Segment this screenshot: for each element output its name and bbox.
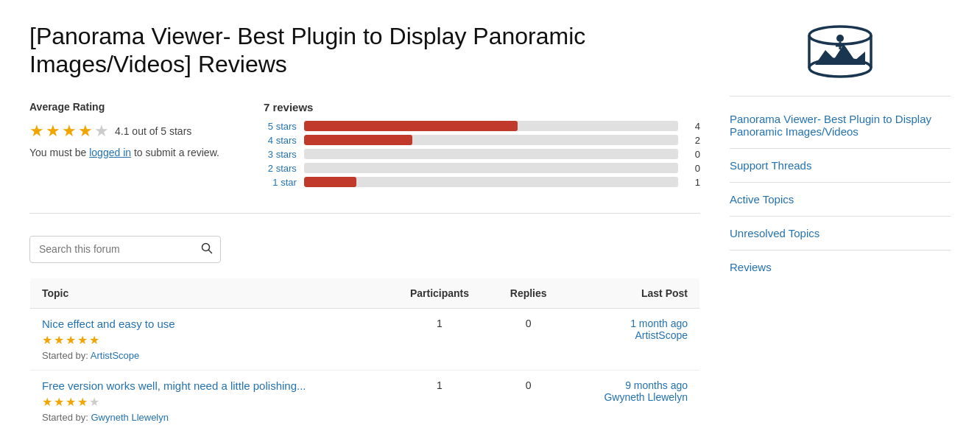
topic-stars-2: ★ ★ ★ ★ ★ bbox=[42, 395, 376, 409]
bar-row-2stars: 2 stars 0 bbox=[264, 163, 700, 174]
topic-title-link-1[interactable]: Nice effect and easy to use bbox=[42, 318, 376, 330]
bar-count-3: 0 bbox=[685, 149, 700, 160]
bar-count-4: 2 bbox=[685, 135, 700, 146]
star-4: ★ bbox=[78, 122, 93, 141]
table-row: Nice effect and easy to use ★ ★ ★ ★ ★ St… bbox=[30, 308, 700, 370]
last-post-cell-1: 1 month ago ArtistScope bbox=[566, 308, 700, 370]
bar-track-3 bbox=[304, 149, 678, 159]
page-wrapper: [Panorama Viewer- Best Plugin to Display… bbox=[0, 0, 980, 445]
t1-star-4: ★ bbox=[77, 333, 88, 347]
col-participants: Participants bbox=[388, 278, 491, 308]
col-last-post: Last Post bbox=[566, 278, 700, 308]
bar-row-3stars: 3 stars 0 bbox=[264, 149, 700, 160]
participants-cell-1: 1 bbox=[388, 308, 491, 370]
t2-star-3: ★ bbox=[66, 395, 76, 409]
t2-star-5: ★ bbox=[89, 395, 99, 409]
logged-in-text: You must be logged in to submit a review… bbox=[29, 147, 219, 158]
last-post-time-2: 9 months ago bbox=[578, 379, 688, 391]
search-button[interactable] bbox=[194, 236, 220, 262]
bar-label-4[interactable]: 4 stars bbox=[264, 135, 297, 146]
sidebar-item-active-topics[interactable]: Active Topics bbox=[730, 183, 951, 217]
topic-cell-1: Nice effect and easy to use ★ ★ ★ ★ ★ St… bbox=[30, 308, 389, 370]
topics-table: Topic Participants Replies Last Post Nic… bbox=[29, 278, 700, 432]
t1-star-1: ★ bbox=[42, 333, 52, 347]
logged-in-link[interactable]: logged in bbox=[89, 147, 131, 158]
t2-star-2: ★ bbox=[54, 395, 64, 409]
t2-star-4: ★ bbox=[77, 395, 88, 409]
t2-star-1: ★ bbox=[42, 395, 52, 409]
star-2: ★ bbox=[46, 122, 60, 141]
col-topic: Topic bbox=[30, 278, 389, 308]
plugin-icon bbox=[803, 22, 877, 81]
average-rating-block: Average Rating ★ ★ ★ ★ ★ 4.1 out of 5 st… bbox=[29, 101, 219, 191]
sidebar-item-support-threads[interactable]: Support Threads bbox=[730, 149, 951, 183]
bar-track-1 bbox=[304, 177, 678, 187]
bar-row-4stars: 4 stars 2 bbox=[264, 135, 700, 146]
search-input[interactable] bbox=[30, 237, 194, 261]
star-1: ★ bbox=[29, 122, 44, 141]
page-title: [Panorama Viewer- Best Plugin to Display… bbox=[29, 22, 700, 79]
bar-track-4 bbox=[304, 135, 678, 145]
main-content: [Panorama Viewer- Best Plugin to Display… bbox=[29, 22, 700, 432]
svg-point-6 bbox=[836, 35, 844, 42]
author-link-2[interactable]: Gwyneth Llewelyn bbox=[91, 412, 169, 423]
t1-star-2: ★ bbox=[54, 333, 64, 347]
last-post-author-2[interactable]: Gwyneth Llewelyn bbox=[578, 391, 688, 403]
sidebar-divider bbox=[730, 96, 951, 97]
svg-line-1 bbox=[209, 250, 212, 253]
bar-track-5 bbox=[304, 121, 678, 131]
last-post-cell-2: 9 months ago Gwyneth Llewelyn bbox=[566, 370, 700, 432]
search-icon bbox=[201, 242, 213, 254]
sidebar-item-reviews[interactable]: Reviews bbox=[730, 250, 951, 284]
bar-count-1: 1 bbox=[685, 177, 700, 188]
sidebar: Panorama Viewer- Best Plugin to Display … bbox=[730, 22, 951, 432]
bar-row-1star: 1 star 1 bbox=[264, 177, 700, 188]
sidebar-item-unresolved-topics[interactable]: Unresolved Topics bbox=[730, 217, 951, 250]
star-3: ★ bbox=[62, 122, 77, 141]
bar-label-1[interactable]: 1 star bbox=[264, 177, 297, 188]
started-by-1: Started by: ArtistScope bbox=[42, 350, 376, 361]
bar-count-2: 0 bbox=[685, 163, 700, 174]
replies-cell-1: 0 bbox=[491, 308, 566, 370]
author-link-1[interactable]: ArtistScope bbox=[91, 350, 139, 361]
last-post-time-1: 1 month ago bbox=[578, 318, 688, 329]
bar-label-5[interactable]: 5 stars bbox=[264, 121, 297, 132]
table-header-row: Topic Participants Replies Last Post bbox=[30, 278, 700, 308]
bar-label-2[interactable]: 2 stars bbox=[264, 163, 297, 174]
rating-bars-block: 7 reviews 5 stars 4 4 stars 2 3 stars 0 bbox=[264, 101, 700, 191]
rating-number: 4.1 out of 5 stars bbox=[115, 125, 191, 137]
bar-fill-4 bbox=[304, 135, 412, 145]
sidebar-item-plugin[interactable]: Panorama Viewer- Best Plugin to Display … bbox=[730, 102, 951, 149]
search-wrapper bbox=[29, 236, 221, 263]
bar-count-5: 4 bbox=[685, 121, 700, 132]
participants-cell-2: 1 bbox=[388, 370, 491, 432]
average-rating-label: Average Rating bbox=[29, 101, 219, 113]
t1-star-5: ★ bbox=[89, 333, 99, 347]
t1-star-3: ★ bbox=[66, 333, 76, 347]
topic-title-link-2[interactable]: Free version works well, might need a li… bbox=[42, 379, 376, 392]
col-replies: Replies bbox=[491, 278, 566, 308]
replies-cell-2: 0 bbox=[491, 370, 566, 432]
topic-stars-1: ★ ★ ★ ★ ★ bbox=[42, 333, 376, 347]
table-row: Free version works well, might need a li… bbox=[30, 370, 700, 432]
bar-label-3[interactable]: 3 stars bbox=[264, 149, 297, 160]
bar-track-2 bbox=[304, 163, 678, 173]
search-section bbox=[29, 236, 700, 263]
topic-cell-2: Free version works well, might need a li… bbox=[30, 370, 389, 432]
started-by-2: Started by: Gwyneth Llewelyn bbox=[42, 412, 376, 423]
stars-row: ★ ★ ★ ★ ★ 4.1 out of 5 stars bbox=[29, 122, 219, 141]
sidebar-logo bbox=[730, 22, 951, 81]
bar-fill-5 bbox=[304, 121, 518, 131]
rating-section: Average Rating ★ ★ ★ ★ ★ 4.1 out of 5 st… bbox=[29, 101, 700, 214]
bar-row-5stars: 5 stars 4 bbox=[264, 121, 700, 132]
bar-fill-1 bbox=[304, 177, 356, 187]
star-5: ★ bbox=[94, 122, 109, 141]
reviews-count: 7 reviews bbox=[264, 101, 700, 113]
last-post-author-1[interactable]: ArtistScope bbox=[578, 329, 688, 341]
average-stars: ★ ★ ★ ★ ★ bbox=[29, 122, 109, 141]
